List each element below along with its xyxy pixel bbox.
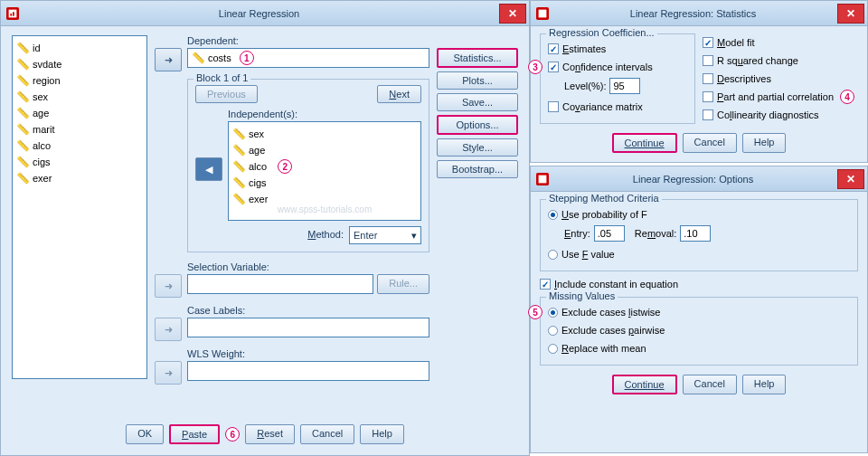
- group-title: Regression Coefficien...: [546, 27, 657, 38]
- entry-label: Entry:: [564, 228, 590, 239]
- move-dependent-button[interactable]: ➜: [155, 48, 182, 71]
- caselabels-label: Case Labels:: [187, 305, 429, 316]
- partial-checkbox[interactable]: [703, 91, 713, 102]
- modelfit-checkbox[interactable]: [703, 37, 713, 48]
- independents-list[interactable]: 📏sex 📏age 📏alco 2 📏cigs 📏exer www.spss-t…: [228, 121, 421, 221]
- move-selection-button[interactable]: ➜: [155, 274, 182, 298]
- ruler-icon: 📏: [16, 74, 30, 87]
- titlebar: Linear Regression: Options ✕: [531, 166, 867, 192]
- collinearity-checkbox[interactable]: [703, 109, 713, 120]
- svg-rect-2: [10, 14, 12, 16]
- replace-mean-radio[interactable]: [548, 344, 558, 354]
- cancel-button[interactable]: Cancel: [683, 133, 737, 153]
- close-button[interactable]: ✕: [837, 169, 864, 189]
- plots-button[interactable]: Plots...: [437, 71, 518, 90]
- removal-label: Removal:: [635, 228, 676, 239]
- statistics-button[interactable]: Statistics...: [437, 48, 518, 68]
- include-constant-label: Include constant in equation: [554, 279, 678, 290]
- dialog-title: Linear Regression: Statistics: [549, 8, 837, 19]
- annotation-2: 2: [278, 159, 292, 174]
- ruler-icon: 📏: [16, 172, 30, 185]
- close-button[interactable]: ✕: [837, 4, 864, 24]
- method-select[interactable]: Enter▾: [349, 226, 421, 244]
- group-title: Missing Values: [546, 290, 618, 301]
- ok-button[interactable]: OK: [126, 424, 164, 444]
- covariance-checkbox[interactable]: [548, 101, 559, 112]
- exclude-listwise-label: Exclude cases listwise: [561, 307, 660, 318]
- exclude-pairwise-label: Exclude cases pairwise: [561, 325, 665, 336]
- rule-button[interactable]: Rule...: [377, 274, 429, 294]
- help-button[interactable]: Help: [742, 133, 787, 153]
- bootstrap-button[interactable]: Bootstrap...: [437, 160, 518, 178]
- descriptives-label: Descriptives: [717, 73, 771, 84]
- ci-checkbox[interactable]: [548, 62, 559, 72]
- ci-label: Confidence intervals: [562, 62, 653, 72]
- r2-label: R squared change: [717, 55, 798, 66]
- continue-button[interactable]: Continue: [612, 375, 677, 394]
- paste-button[interactable]: Paste: [169, 424, 220, 444]
- statistics-dialog: Linear Regression: Statistics ✕ Regressi…: [530, 0, 868, 163]
- save-button[interactable]: Save...: [437, 93, 518, 111]
- use-prob-label: Use probability of F: [561, 209, 647, 220]
- chevron-down-icon: ▾: [411, 230, 417, 242]
- use-f-radio[interactable]: [548, 250, 558, 260]
- descriptives-checkbox[interactable]: [703, 73, 713, 84]
- cancel-button[interactable]: Cancel: [300, 424, 354, 444]
- help-button[interactable]: Help: [360, 424, 404, 444]
- dialog-title: Linear Regression: [19, 8, 499, 19]
- caselabels-input[interactable]: [187, 318, 429, 337]
- var-item: 📏id: [16, 40, 143, 56]
- var-item: 📏exer: [16, 170, 143, 186]
- include-constant-checkbox[interactable]: [540, 279, 551, 290]
- use-prob-radio[interactable]: [548, 210, 558, 220]
- ruler-icon: 📏: [192, 52, 205, 64]
- exclude-listwise-radio[interactable]: [548, 308, 558, 318]
- move-independent-button[interactable]: ◀: [195, 157, 222, 181]
- group-title: Stepping Method Criteria: [546, 193, 662, 204]
- dependent-label: Dependent:: [187, 35, 429, 46]
- app-icon: [536, 7, 549, 20]
- estimates-checkbox[interactable]: [548, 43, 559, 54]
- ruler-icon: 📏: [16, 139, 30, 152]
- use-f-label: Use F value: [561, 249, 615, 260]
- next-button[interactable]: Next: [377, 85, 421, 103]
- var-item: 📏marit: [16, 121, 143, 138]
- move-caselabels-button[interactable]: ➜: [155, 318, 182, 341]
- ruler-icon: 📏: [232, 128, 246, 140]
- ruler-icon: 📏: [232, 144, 246, 157]
- options-dialog: Linear Regression: Options ✕ Stepping Me…: [530, 166, 868, 453]
- continue-button[interactable]: Continue: [612, 133, 677, 153]
- options-button[interactable]: Options...: [437, 115, 518, 135]
- annotation-4: 4: [840, 90, 854, 104]
- removal-input[interactable]: [680, 225, 711, 242]
- estimates-label: Estimates: [562, 43, 606, 54]
- exclude-pairwise-radio[interactable]: [548, 326, 558, 336]
- var-item: 📏svdate: [16, 56, 143, 72]
- svg-rect-3: [13, 12, 14, 15]
- svg-rect-5: [539, 9, 547, 17]
- dependent-input[interactable]: 📏 costs 1: [187, 48, 429, 68]
- stepping-group: Stepping Method Criteria Use probability…: [540, 199, 858, 271]
- style-button[interactable]: Style...: [437, 138, 518, 157]
- r2-checkbox[interactable]: [703, 55, 713, 66]
- move-wls-button[interactable]: ➜: [155, 361, 182, 385]
- wls-input[interactable]: [187, 361, 429, 381]
- ruler-icon: 📏: [16, 42, 30, 54]
- linear-regression-dialog: Linear Regression ✕ 📏id 📏svdate 📏region …: [0, 0, 530, 456]
- ruler-icon: 📏: [232, 193, 246, 205]
- ruler-icon: 📏: [16, 156, 30, 168]
- source-variable-list[interactable]: 📏id 📏svdate 📏region 📏sex 📏age 📏marit 📏al…: [12, 35, 147, 379]
- wls-label: WLS Weight:: [187, 348, 429, 359]
- var-item: 📏cigs: [16, 154, 143, 170]
- reset-button[interactable]: Reset: [245, 424, 295, 444]
- close-button[interactable]: ✕: [499, 4, 526, 24]
- help-button[interactable]: Help: [742, 375, 787, 394]
- entry-input[interactable]: [594, 225, 625, 242]
- modelfit-label: Model fit: [717, 37, 755, 48]
- level-input[interactable]: [609, 78, 640, 94]
- cancel-button[interactable]: Cancel: [683, 375, 737, 394]
- titlebar: Linear Regression ✕: [1, 1, 529, 26]
- previous-button[interactable]: Previous: [195, 85, 258, 103]
- selection-input[interactable]: [187, 274, 373, 294]
- bottom-button-row: OK Paste 6 Reset Cancel Help: [12, 419, 518, 446]
